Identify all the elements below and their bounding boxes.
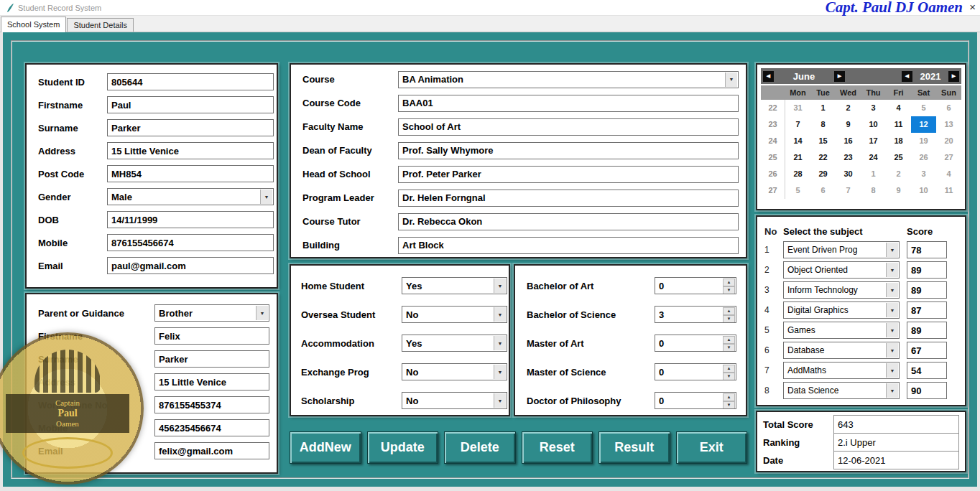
calendar-day[interactable]: 10	[911, 182, 936, 199]
mobile-input[interactable]: 876155456674	[107, 234, 274, 251]
calendar-day[interactable]: 23	[836, 149, 861, 166]
work-phone-no-input[interactable]: 876155455374	[154, 396, 269, 413]
spin-down-icon[interactable]: ▼	[723, 315, 735, 323]
calendar-day[interactable]: 6	[810, 182, 836, 199]
subject-score-input[interactable]: 54	[907, 362, 947, 379]
faculty-name-input[interactable]: School of Art	[398, 118, 739, 136]
total-score-value[interactable]: 643	[833, 415, 959, 434]
calendar-day[interactable]: 19	[911, 133, 936, 149]
subject-score-input[interactable]: 89	[907, 322, 947, 339]
calendar-day[interactable]: 4	[936, 166, 961, 182]
close-button[interactable]: ×	[969, 0, 976, 14]
subject-combo[interactable]: Database▼	[783, 342, 900, 359]
spin-down-icon[interactable]: ▼	[723, 401, 735, 409]
calendar-day[interactable]: 28	[785, 166, 810, 182]
email-input[interactable]: paul@gmail.com	[107, 257, 274, 274]
calendar-day[interactable]: 1	[810, 100, 836, 116]
subject-combo[interactable]: Object Oriented▼	[783, 261, 900, 279]
mobile-input[interactable]: 456235456674	[154, 419, 269, 436]
calendar-day[interactable]: 10	[861, 116, 886, 133]
spinner-buttons[interactable]: ▲▼	[723, 279, 735, 293]
spin-up-icon[interactable]: ▲	[723, 393, 735, 401]
dean-of-faculty-input[interactable]: Prof. Sally Whymore	[398, 142, 739, 159]
calendar-day[interactable]: 5	[785, 182, 810, 199]
master-of-art-spinner[interactable]: 0▲▼	[655, 335, 736, 352]
update-button[interactable]: Update	[367, 431, 439, 464]
spin-down-icon[interactable]: ▼	[723, 344, 735, 352]
spin-up-icon[interactable]: ▲	[723, 365, 735, 373]
exit-button[interactable]: Exit	[676, 431, 748, 464]
subject-score-input[interactable]: 90	[907, 382, 947, 399]
calendar-day[interactable]: 4	[886, 100, 911, 116]
spin-up-icon[interactable]: ▲	[723, 279, 735, 286]
surname-input[interactable]: Parker	[107, 119, 274, 136]
ranking-value[interactable]: 2.i Upper	[833, 433, 959, 452]
chevron-down-icon[interactable]: ▼	[494, 336, 506, 350]
calendar-day[interactable]: 14	[785, 133, 810, 149]
calendar-day[interactable]: 9	[836, 116, 861, 133]
scholarship-combo[interactable]: No▼	[402, 392, 507, 409]
prev-month-button[interactable]: ◀	[763, 71, 774, 82]
next-year-button[interactable]: ▶	[948, 71, 959, 82]
calendar-day[interactable]: 26	[911, 149, 936, 166]
calendar-day[interactable]: 16	[836, 133, 861, 149]
subject-score-input[interactable]: 89	[907, 281, 947, 299]
address-input[interactable]: 15 Little Venice	[154, 373, 269, 391]
oversea-student-combo[interactable]: No▼	[402, 306, 507, 323]
subject-combo[interactable]: Digital Graphics▼	[783, 301, 900, 319]
chevron-down-icon[interactable]: ▼	[886, 283, 898, 297]
building-input[interactable]: Art Block	[398, 237, 739, 254]
calendar-day[interactable]: 6	[936, 100, 961, 116]
post-code-input[interactable]: MH854	[107, 165, 274, 182]
spinner-buttons[interactable]: ▲▼	[723, 393, 735, 408]
course-code-input[interactable]: BAA01	[398, 95, 739, 112]
calendar-day[interactable]: 22	[810, 149, 836, 166]
spin-up-icon[interactable]: ▲	[723, 307, 735, 315]
chevron-down-icon[interactable]: ▼	[886, 343, 898, 357]
course-tutor-input[interactable]: Dr. Rebecca Okon	[398, 213, 739, 230]
spinner-buttons[interactable]: ▲▼	[723, 336, 735, 350]
calendar-day[interactable]: 20	[936, 133, 961, 149]
chevron-down-icon[interactable]: ▼	[886, 303, 898, 317]
subject-combo[interactable]: AddMaths▼	[783, 362, 900, 379]
delete-button[interactable]: Delete	[444, 431, 516, 464]
master-of-science-spinner[interactable]: 0▲▼	[655, 363, 736, 380]
calendar-day[interactable]: 7	[785, 116, 810, 133]
calendar-day[interactable]: 15	[810, 133, 836, 149]
subject-score-input[interactable]: 89	[907, 261, 947, 279]
chevron-down-icon[interactable]: ▼	[494, 279, 506, 293]
firstname-input[interactable]: Paul	[107, 96, 274, 113]
tab-student-details[interactable]: Student Details	[67, 18, 134, 32]
subject-combo[interactable]: Inform Technology▼	[783, 281, 900, 299]
spinner-buttons[interactable]: ▲▼	[723, 307, 735, 322]
chevron-down-icon[interactable]: ▼	[886, 243, 898, 257]
bachelor-of-science-spinner[interactable]: 3▲▼	[655, 306, 736, 323]
head-of-school-input[interactable]: Prof. Peter Parker	[398, 166, 739, 183]
calendar-day[interactable]: 8	[861, 182, 886, 199]
calendar-day[interactable]: 13	[936, 116, 961, 133]
calendar-day[interactable]: 31	[785, 100, 810, 116]
course-combo[interactable]: BA Animation▼	[398, 71, 739, 88]
bachelor-of-art-spinner[interactable]: 0▲▼	[655, 277, 736, 294]
chevron-down-icon[interactable]: ▼	[494, 307, 506, 322]
chevron-down-icon[interactable]: ▼	[260, 190, 272, 204]
date-value[interactable]: 12-06-2021	[833, 451, 959, 469]
calendar-day[interactable]: 27	[936, 149, 961, 166]
calendar-day[interactable]: 3	[911, 166, 936, 182]
chevron-down-icon[interactable]: ▼	[886, 323, 898, 337]
chevron-down-icon[interactable]: ▼	[494, 393, 506, 408]
chevron-down-icon[interactable]: ▼	[886, 383, 898, 398]
address-input[interactable]: 15 Little Venice	[107, 142, 274, 159]
calendar-day[interactable]: 29	[810, 166, 836, 182]
calendar-day[interactable]: 3	[861, 100, 886, 116]
calendar-day[interactable]: 8	[810, 116, 836, 133]
calendar-day[interactable]: 12	[911, 116, 936, 133]
firstname-input[interactable]: Felix	[154, 327, 269, 345]
calendar-day[interactable]: 9	[886, 182, 911, 199]
chevron-down-icon[interactable]: ▼	[886, 263, 898, 277]
chevron-down-icon[interactable]: ▼	[256, 306, 268, 320]
calendar-day[interactable]: 7	[836, 182, 861, 199]
subject-combo[interactable]: Games▼	[783, 322, 900, 339]
calendar-day[interactable]: 11	[936, 182, 961, 199]
addnew-button[interactable]: AddNew	[290, 431, 361, 464]
